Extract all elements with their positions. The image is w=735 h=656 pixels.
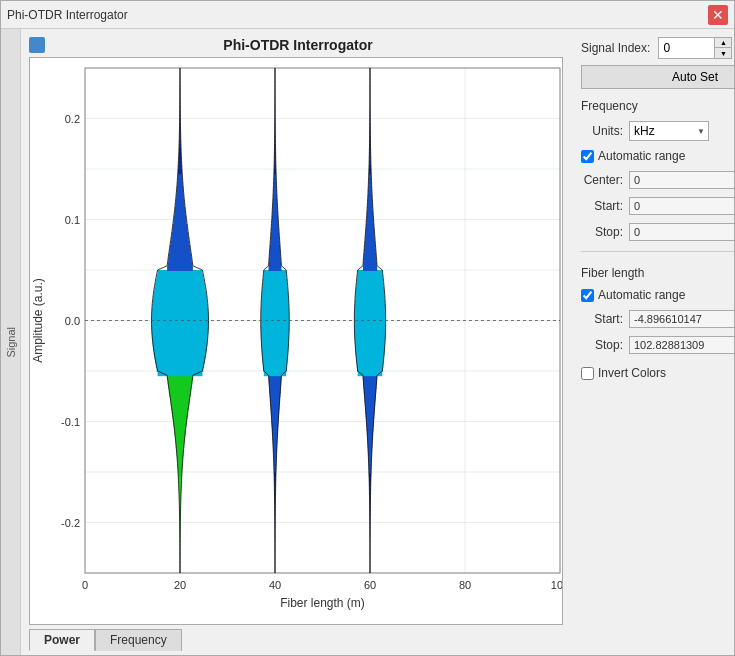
right-panel: Signal Index: ▲ ▼ Auto Set Frequency Uni… [571, 29, 734, 655]
chart-panel: Phi-OTDR Interrogator Power Frequency [21, 29, 571, 655]
invert-colors-label[interactable]: Invert Colors [598, 366, 666, 380]
title-bar-text: Phi-OTDR Interrogator [7, 8, 128, 22]
freq-start-input[interactable] [629, 197, 734, 215]
spin-down-button[interactable]: ▼ [715, 48, 731, 58]
tab-bar: Power Frequency [25, 627, 567, 651]
fiber-stop-row: Stop: m [581, 336, 734, 354]
center-row: Center: kHz [581, 171, 734, 189]
units-label: Units: [581, 124, 623, 138]
chart-title: Phi-OTDR Interrogator [51, 37, 545, 53]
freq-stop-label: Stop: [581, 225, 623, 239]
auto-range-fiber-checkbox[interactable] [581, 289, 594, 302]
freq-start-row: Start: kHz [581, 197, 734, 215]
invert-colors-checkbox[interactable] [581, 367, 594, 380]
fiber-length-section-label: Fiber length [581, 266, 734, 280]
freq-start-label: Start: [581, 199, 623, 213]
title-bar: Phi-OTDR Interrogator ✕ [1, 1, 734, 29]
tab-power[interactable]: Power [29, 629, 95, 651]
auto-range-fiber-label[interactable]: Automatic range [598, 288, 685, 302]
auto-range-freq-label[interactable]: Automatic range [598, 149, 685, 163]
side-tab-label: Signal [5, 327, 17, 358]
fiber-start-row: Start: m [581, 310, 734, 328]
main-window: Phi-OTDR Interrogator ✕ Signal Phi-OTDR … [0, 0, 735, 656]
spin-up-button[interactable]: ▲ [715, 38, 731, 48]
signal-index-spinner: ▲ ▼ [714, 38, 731, 58]
auto-range-freq-checkbox[interactable] [581, 150, 594, 163]
center-label: Center: [581, 173, 623, 187]
units-select[interactable]: kHz Hz MHz [629, 121, 709, 141]
side-tab: Signal [1, 29, 21, 655]
frequency-section-label: Frequency [581, 99, 734, 113]
auto-set-button[interactable]: Auto Set [581, 65, 734, 89]
units-row: Units: kHz Hz MHz [581, 121, 734, 141]
freq-stop-input[interactable] [629, 223, 734, 241]
invert-colors-row: Invert Colors [581, 366, 734, 380]
signal-index-row: Signal Index: ▲ ▼ [581, 37, 734, 59]
chart-icon [29, 37, 45, 53]
divider [581, 251, 734, 252]
auto-range-fiber-row: Automatic range [581, 288, 734, 302]
fiber-start-input[interactable] [629, 310, 734, 328]
tab-frequency[interactable]: Frequency [95, 629, 182, 651]
units-select-wrapper: kHz Hz MHz [629, 121, 709, 141]
chart-title-row: Phi-OTDR Interrogator [25, 33, 567, 55]
content-area: Signal Phi-OTDR Interrogator Power Frequ… [1, 29, 734, 655]
chart-container [29, 57, 563, 625]
fiber-start-label: Start: [581, 312, 623, 326]
fiber-stop-label: Stop: [581, 338, 623, 352]
close-button[interactable]: ✕ [708, 5, 728, 25]
signal-index-input[interactable] [659, 38, 714, 58]
auto-range-freq-row: Automatic range [581, 149, 734, 163]
fiber-stop-input[interactable] [629, 336, 734, 354]
signal-index-label: Signal Index: [581, 41, 650, 55]
freq-stop-row: Stop: kHz [581, 223, 734, 241]
signal-index-input-wrapper: ▲ ▼ [658, 37, 732, 59]
center-input[interactable] [629, 171, 734, 189]
main-chart-canvas [30, 58, 563, 613]
